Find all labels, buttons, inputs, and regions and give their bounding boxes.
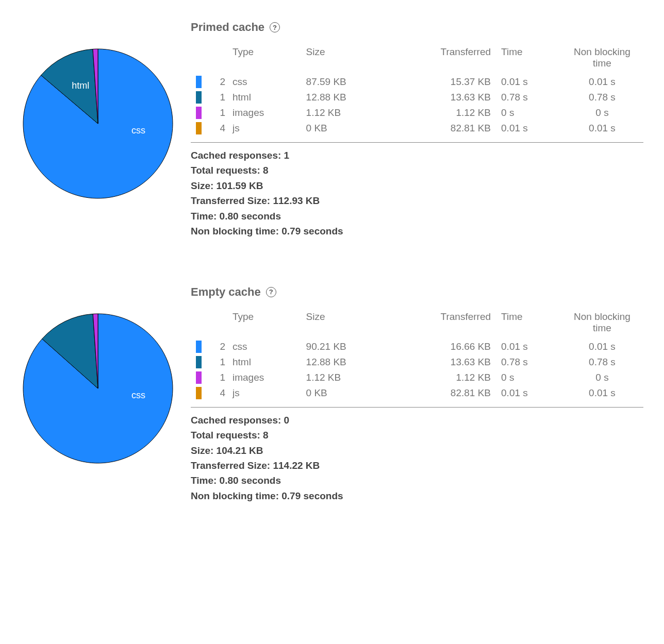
- cell-size: 1.12 KB: [301, 105, 390, 121]
- cell-nonblocking: 0 s: [561, 105, 643, 121]
- col-nonblocking: Non blocking time: [561, 43, 643, 74]
- summary-time: Time: 0.80 seconds: [191, 473, 643, 488]
- cell-count: 1: [207, 354, 227, 370]
- cache-section: csshtml Primed cache ? Type Size Transfe…: [21, 21, 643, 239]
- cell-nonblocking: 0.78 s: [561, 90, 643, 105]
- legend-swatch: [196, 107, 202, 119]
- cell-transferred: 16.66 KB: [390, 339, 496, 354]
- summary-transferred: Transferred Size: 114.22 KB: [191, 458, 643, 473]
- cell-count: 2: [207, 339, 227, 354]
- summary-cached: Cached responses: 0: [191, 413, 643, 428]
- col-time: Time: [496, 308, 561, 339]
- cell-count: 4: [207, 385, 227, 401]
- cell-size: 0 KB: [301, 385, 390, 401]
- summary-transferred: Transferred Size: 112.93 KB: [191, 193, 643, 208]
- help-icon[interactable]: ?: [270, 22, 280, 32]
- cell-time: 0.01 s: [496, 385, 561, 401]
- col-type: Type: [227, 308, 301, 339]
- cell-transferred: 15.37 KB: [390, 74, 496, 90]
- section-title: Empty cache ?: [191, 285, 643, 299]
- summary-size: Size: 101.59 KB: [191, 178, 643, 193]
- legend-swatch: [196, 356, 202, 368]
- summary-requests: Total requests: 8: [191, 428, 643, 443]
- cache-section: css Empty cache ? Type Size Transferred …: [21, 285, 643, 504]
- section-title-text: Empty cache: [191, 285, 261, 299]
- cell-type: html: [227, 354, 301, 370]
- cell-time: 0 s: [496, 370, 561, 385]
- cell-type: js: [227, 121, 301, 136]
- cell-type: images: [227, 105, 301, 121]
- section-title: Primed cache ?: [191, 21, 643, 34]
- divider: [191, 407, 643, 408]
- summary-time: Time: 0.80 seconds: [191, 209, 643, 224]
- pie-slice-label: css: [131, 125, 145, 135]
- cell-time: 0.01 s: [496, 74, 561, 90]
- section-title-text: Primed cache: [191, 21, 264, 34]
- pie-chart: csshtml: [21, 46, 175, 201]
- cell-nonblocking: 0.01 s: [561, 121, 643, 136]
- table-row: 2 css 87.59 KB 15.37 KB 0.01 s 0.01 s: [191, 74, 643, 90]
- legend-swatch: [196, 76, 202, 88]
- col-size: Size: [301, 43, 390, 74]
- cell-transferred: 1.12 KB: [390, 370, 496, 385]
- cell-type: images: [227, 370, 301, 385]
- summary-nonblocking: Non blocking time: 0.79 seconds: [191, 488, 643, 503]
- summary-block: Cached responses: 0 Total requests: 8 Si…: [191, 413, 643, 504]
- breakdown-table: Type Size Transferred Time Non blocking …: [191, 308, 643, 401]
- col-type: Type: [227, 43, 301, 74]
- cell-nonblocking: 0.01 s: [561, 339, 643, 354]
- table-row: 4 js 0 KB 82.81 KB 0.01 s 0.01 s: [191, 121, 643, 136]
- cell-time: 0.78 s: [496, 354, 561, 370]
- col-size: Size: [301, 308, 390, 339]
- cell-type: css: [227, 339, 301, 354]
- table-row: 1 html 12.88 KB 13.63 KB 0.78 s 0.78 s: [191, 354, 643, 370]
- summary-requests: Total requests: 8: [191, 163, 643, 178]
- pie-slice-label: html: [72, 80, 89, 91]
- help-icon[interactable]: ?: [266, 287, 276, 297]
- cell-size: 1.12 KB: [301, 370, 390, 385]
- cell-nonblocking: 0.01 s: [561, 74, 643, 90]
- cell-count: 2: [207, 74, 227, 90]
- pie-chart: css: [21, 311, 175, 466]
- summary-block: Cached responses: 1 Total requests: 8 Si…: [191, 148, 643, 239]
- col-transferred: Transferred: [390, 43, 496, 74]
- cell-transferred: 13.63 KB: [390, 90, 496, 105]
- table-row: 1 html 12.88 KB 13.63 KB 0.78 s 0.78 s: [191, 90, 643, 105]
- cell-transferred: 82.81 KB: [390, 121, 496, 136]
- summary-size: Size: 104.21 KB: [191, 443, 643, 458]
- cell-transferred: 82.81 KB: [390, 385, 496, 401]
- cell-count: 1: [207, 105, 227, 121]
- cell-transferred: 1.12 KB: [390, 105, 496, 121]
- breakdown-table: Type Size Transferred Time Non blocking …: [191, 43, 643, 136]
- cell-count: 4: [207, 121, 227, 136]
- table-row: 1 images 1.12 KB 1.12 KB 0 s 0 s: [191, 105, 643, 121]
- cell-nonblocking: 0.01 s: [561, 385, 643, 401]
- legend-swatch: [196, 122, 202, 134]
- legend-swatch: [196, 371, 202, 384]
- cell-time: 0.01 s: [496, 121, 561, 136]
- table-row: 1 images 1.12 KB 1.12 KB 0 s 0 s: [191, 370, 643, 385]
- legend-swatch: [196, 341, 202, 353]
- cell-count: 1: [207, 90, 227, 105]
- col-time: Time: [496, 43, 561, 74]
- cell-nonblocking: 0.78 s: [561, 354, 643, 370]
- summary-nonblocking: Non blocking time: 0.79 seconds: [191, 224, 643, 239]
- table-row: 4 js 0 KB 82.81 KB 0.01 s 0.01 s: [191, 385, 643, 401]
- cell-count: 1: [207, 370, 227, 385]
- cell-type: html: [227, 90, 301, 105]
- divider: [191, 142, 643, 143]
- cell-transferred: 13.63 KB: [390, 354, 496, 370]
- legend-swatch: [196, 91, 202, 104]
- col-nonblocking: Non blocking time: [561, 308, 643, 339]
- cell-size: 90.21 KB: [301, 339, 390, 354]
- cell-size: 12.88 KB: [301, 90, 390, 105]
- cell-size: 0 KB: [301, 121, 390, 136]
- summary-cached: Cached responses: 1: [191, 148, 643, 163]
- cell-type: css: [227, 74, 301, 90]
- pie-slice-label: css: [131, 389, 145, 400]
- legend-swatch: [196, 387, 202, 399]
- cell-time: 0.01 s: [496, 339, 561, 354]
- cell-size: 87.59 KB: [301, 74, 390, 90]
- cell-type: js: [227, 385, 301, 401]
- cell-size: 12.88 KB: [301, 354, 390, 370]
